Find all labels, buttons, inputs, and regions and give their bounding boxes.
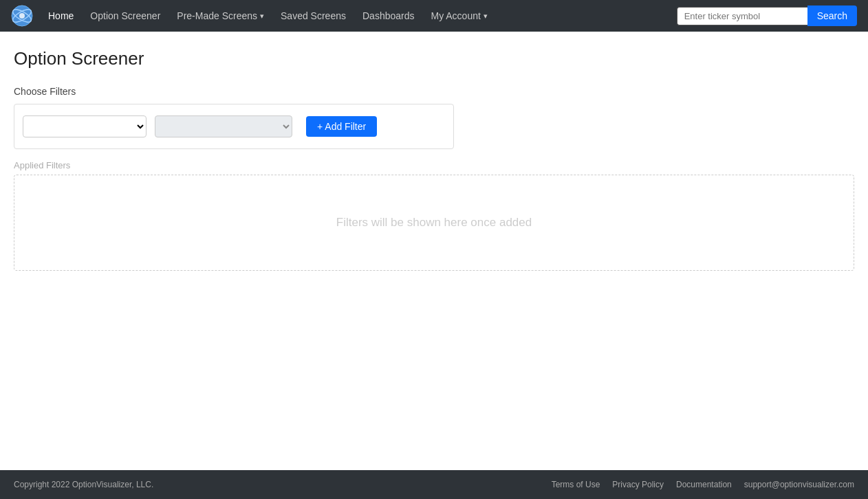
footer-link-documentation[interactable]: Documentation — [676, 480, 732, 489]
applied-filters-area: Filters will be shown here once added — [14, 175, 854, 271]
page-title: Option Screener — [14, 48, 854, 69]
ticker-search-input[interactable] — [677, 7, 807, 25]
choose-filters-label: Choose Filters — [14, 86, 854, 97]
navbar: Home Option Screener Pre-Made Screens Sa… — [0, 0, 868, 32]
filter-value-select[interactable] — [155, 115, 292, 137]
nav-link-dashboards[interactable]: Dashboards — [356, 6, 422, 25]
add-filter-button[interactable]: + Add Filter — [306, 116, 377, 137]
nav-link-saved-screens[interactable]: Saved Screens — [274, 6, 353, 25]
ticker-search: Search — [677, 5, 857, 26]
footer-link-terms[interactable]: Terms of Use — [552, 480, 600, 489]
ticker-search-button[interactable]: Search — [807, 5, 857, 26]
footer-link-support[interactable]: support@optionvisualizer.com — [744, 480, 854, 489]
nav-link-pre-made-screens[interactable]: Pre-Made Screens — [170, 6, 271, 25]
footer-copyright: Copyright 2022 OptionVisualizer, LLC. — [14, 480, 153, 489]
footer-link-privacy[interactable]: Privacy Policy — [612, 480, 664, 489]
main-content: Option Screener Choose Filters + Add Fil… — [0, 32, 868, 470]
nav-link-option-screener[interactable]: Option Screener — [83, 6, 167, 25]
svg-point-3 — [19, 13, 25, 19]
nav-link-home[interactable]: Home — [41, 6, 80, 25]
nav-links: Home Option Screener Pre-Made Screens Sa… — [41, 6, 677, 25]
filters-placeholder: Filters will be shown here once added — [336, 216, 532, 230]
app-logo[interactable] — [11, 5, 33, 27]
filter-row: + Add Filter — [14, 104, 454, 149]
filter-category-select[interactable] — [23, 115, 147, 137]
nav-link-my-account[interactable]: My Account — [424, 6, 494, 25]
footer: Copyright 2022 OptionVisualizer, LLC. Te… — [0, 470, 868, 499]
applied-filters-label: Applied Filters — [14, 160, 854, 170]
